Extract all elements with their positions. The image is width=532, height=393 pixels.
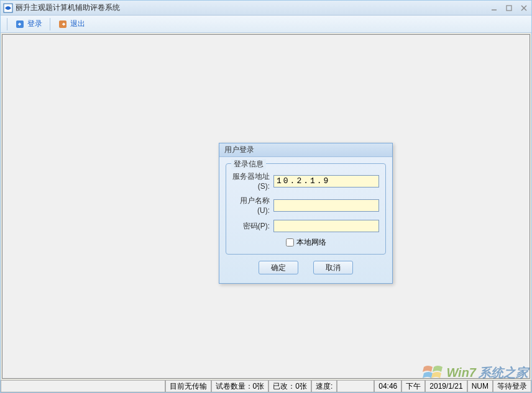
exit-tool-button[interactable]: 退出 [54,17,89,30]
status-num: NUM [467,381,493,392]
username-row: 用户名称(U): [232,196,379,215]
toolbar-separator [7,18,7,30]
statusbar: 目前无传输 试卷数量：0张 已改：0张 速度: 04:46 下午 2019/1/… [1,380,531,392]
window-controls [489,3,529,13]
local-network-checkbox[interactable] [286,238,294,246]
dialog-body: 登录信息 服务器地址(S): 用户名称(U): 密码(P): [219,157,392,283]
server-label: 服务器地址(S): [232,171,273,191]
toolbar-separator [50,18,50,30]
username-label: 用户名称(U): [232,196,273,215]
svg-rect-2 [507,6,511,11]
status-empty [337,381,374,392]
login-dialog: 用户登录 登录信息 服务器地址(S): 用户名称(U): [219,143,393,284]
status-date: 2019/1/21 [425,381,467,392]
status-waiting: 等待登录 [493,381,531,392]
app-icon [3,3,13,13]
status-transfer: 目前无传输 [165,381,211,392]
ok-button[interactable]: 确定 [259,261,298,274]
login-info-groupbox: 登录信息 服务器地址(S): 用户名称(U): 密码(P): [226,163,386,255]
password-label: 密码(P): [232,221,273,232]
status-ampm: 下午 [401,381,425,392]
titlebar: 丽升主观题计算机辅助评卷系统 [1,1,531,16]
window-title: 丽升主观题计算机辅助评卷系统 [16,2,489,13]
toolbar: 登录 退出 [1,16,531,33]
groupbox-title: 登录信息 [231,159,266,169]
close-button[interactable] [519,3,529,13]
dialog-buttons: 确定 取消 [226,261,386,277]
content-area: 用户登录 登录信息 服务器地址(S): 用户名称(U): [2,34,530,379]
dialog-title: 用户登录 [219,143,392,157]
password-row: 密码(P): [232,220,379,232]
local-network-label: 本地网络 [296,237,326,248]
cancel-button[interactable]: 取消 [313,261,353,274]
username-input[interactable] [273,199,379,212]
status-time: 04:46 [374,381,401,392]
password-input[interactable] [273,220,379,232]
minimize-button[interactable] [489,3,499,13]
exit-icon [58,19,68,29]
status-paper-count: 试卷数量：0张 [211,381,269,392]
server-input[interactable] [273,175,379,187]
local-network-row: 本地网络 [232,237,379,248]
login-tool-label: 登录 [27,19,42,29]
status-scored: 已改：0张 [268,381,311,392]
app-window: 丽升主观题计算机辅助评卷系统 登录 退出 用户登录 登录信 [0,0,532,393]
login-tool-button[interactable]: 登录 [11,17,46,30]
exit-tool-label: 退出 [70,19,85,29]
maximize-button[interactable] [504,3,514,13]
status-speed: 速度: [311,381,337,392]
server-row: 服务器地址(S): [232,171,379,191]
login-icon [15,19,25,29]
status-spacer [1,381,165,392]
